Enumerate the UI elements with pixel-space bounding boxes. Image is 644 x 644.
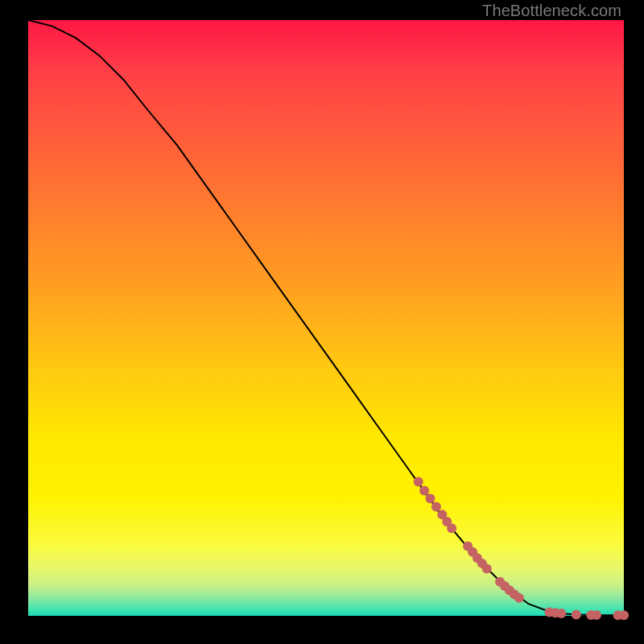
- chart-container: TheBottleneck.com: [0, 0, 644, 644]
- plot-area: [28, 20, 624, 616]
- data-dots-group: [414, 477, 629, 621]
- data-dot: [514, 593, 524, 603]
- data-dot: [431, 502, 441, 512]
- data-dot: [592, 610, 601, 620]
- data-dot: [572, 610, 581, 620]
- watermark-text: TheBottleneck.com: [482, 2, 621, 20]
- data-dot: [419, 486, 429, 496]
- data-dot: [482, 564, 492, 574]
- chart-svg: [28, 20, 624, 616]
- data-dot: [414, 477, 423, 487]
- data-dot: [426, 493, 436, 503]
- data-dot: [619, 610, 629, 620]
- data-dot: [556, 609, 566, 618]
- data-dot: [447, 523, 456, 533]
- bottleneck-curve: [28, 20, 624, 615]
